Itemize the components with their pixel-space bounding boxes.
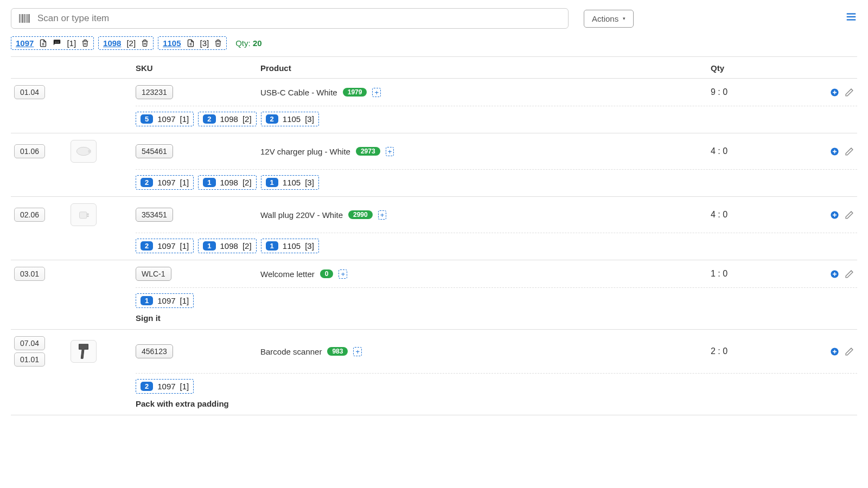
order-link[interactable]: 1105 bbox=[163, 38, 181, 48]
order-chip: 1097[1] bbox=[11, 36, 94, 50]
expand-icon[interactable]: + bbox=[372, 88, 381, 97]
allocation-qty: 2 bbox=[141, 241, 153, 251]
allocation-chip[interactable]: 11098[2] bbox=[198, 239, 256, 253]
table-header: SKU Product Qty bbox=[11, 57, 857, 79]
allocation-qty: 1 bbox=[203, 241, 215, 251]
location-badge[interactable]: 01.06 bbox=[14, 144, 45, 158]
allocation-index: [3] bbox=[305, 241, 314, 251]
allocation-index: [2] bbox=[242, 178, 252, 187]
trash-icon[interactable] bbox=[81, 39, 89, 47]
table-row: 02.06353451Wall plug 220V - White2990+4 … bbox=[11, 197, 857, 260]
allocation-qty: 1 bbox=[203, 178, 215, 187]
sku-badge[interactable]: 123231 bbox=[136, 85, 173, 99]
sku-badge[interactable]: WLC-1 bbox=[136, 267, 171, 281]
product-thumbnail[interactable] bbox=[71, 203, 97, 226]
allocation-qty: 1 bbox=[141, 296, 153, 305]
add-icon[interactable] bbox=[830, 210, 839, 220]
col-qty: Qty bbox=[711, 63, 808, 73]
row-note: Pack with extra padding bbox=[136, 399, 857, 408]
order-index: [3] bbox=[200, 38, 209, 48]
table-row: 01.0654546112V charger plug - White2973+… bbox=[11, 133, 857, 197]
col-sku: SKU bbox=[136, 63, 260, 73]
allocation-order: 1097 bbox=[157, 241, 175, 251]
allocation-qty: 2 bbox=[203, 114, 215, 124]
allocation-order: 1098 bbox=[220, 241, 238, 251]
order-chip: 1105[3] bbox=[158, 36, 227, 50]
allocation-order: 1098 bbox=[220, 114, 238, 124]
menu-button[interactable] bbox=[845, 11, 857, 23]
sku-badge[interactable]: 545461 bbox=[136, 144, 173, 158]
allocation-order: 1105 bbox=[283, 241, 301, 251]
stock-pill: 2973 bbox=[356, 147, 380, 156]
add-icon[interactable] bbox=[830, 347, 839, 356]
allocation-order: 1097 bbox=[157, 382, 175, 391]
allocation-qty: 2 bbox=[141, 382, 153, 391]
allocation-index: [1] bbox=[180, 382, 189, 391]
order-link[interactable]: 1098 bbox=[103, 38, 121, 48]
allocation-chip[interactable]: 11097[1] bbox=[136, 293, 194, 308]
edit-icon[interactable] bbox=[845, 147, 854, 156]
expand-icon[interactable]: + bbox=[386, 147, 394, 156]
allocation-qty: 2 bbox=[141, 178, 153, 187]
allocation-chip[interactable]: 11105[3] bbox=[261, 175, 319, 190]
allocation-index: [1] bbox=[180, 114, 189, 124]
svg-point-7 bbox=[58, 42, 59, 42]
edit-icon[interactable] bbox=[845, 347, 854, 356]
actions-label: Actions bbox=[592, 14, 618, 23]
expand-icon[interactable]: + bbox=[378, 210, 387, 220]
trash-icon[interactable] bbox=[141, 39, 149, 47]
document-icon[interactable] bbox=[187, 39, 195, 47]
col-product: Product bbox=[260, 63, 711, 73]
stock-pill: 2990 bbox=[348, 210, 373, 219]
allocation-index: [1] bbox=[180, 241, 189, 251]
chevron-down-icon: ▾ bbox=[623, 16, 626, 21]
allocation-chip[interactable]: 21097[1] bbox=[136, 239, 194, 253]
qty-value: 2 : 0 bbox=[711, 346, 808, 356]
order-link[interactable]: 1097 bbox=[16, 38, 34, 48]
allocation-index: [2] bbox=[242, 114, 252, 124]
scan-input-wrap[interactable] bbox=[11, 8, 569, 29]
location-badge[interactable]: 03.01 bbox=[14, 267, 45, 281]
svg-rect-18 bbox=[80, 212, 87, 219]
scan-input[interactable] bbox=[37, 13, 560, 24]
allocation-chip[interactable]: 21097[1] bbox=[136, 175, 194, 190]
stock-pill: 0 bbox=[320, 269, 334, 278]
allocation-index: [1] bbox=[180, 296, 189, 305]
allocation-order: 1105 bbox=[283, 178, 301, 187]
allocation-chip[interactable]: 11105[3] bbox=[261, 239, 319, 253]
expand-icon[interactable]: + bbox=[339, 269, 347, 279]
order-index: [1] bbox=[67, 38, 76, 48]
svg-point-6 bbox=[57, 42, 58, 42]
location-badge[interactable]: 01.04 bbox=[14, 85, 45, 99]
edit-icon[interactable] bbox=[845, 88, 854, 97]
allocation-index: [2] bbox=[242, 241, 252, 251]
allocation-order: 1105 bbox=[283, 114, 301, 124]
edit-icon[interactable] bbox=[845, 269, 854, 279]
location-badge[interactable]: 01.01 bbox=[14, 352, 45, 367]
sku-badge[interactable]: 353451 bbox=[136, 208, 173, 222]
location-badge[interactable]: 02.06 bbox=[14, 208, 45, 222]
qty-value: 1 : 0 bbox=[711, 269, 808, 279]
add-icon[interactable] bbox=[830, 147, 839, 156]
order-index: [2] bbox=[126, 38, 136, 48]
edit-icon[interactable] bbox=[845, 210, 854, 220]
expand-icon[interactable]: + bbox=[353, 347, 362, 356]
actions-dropdown[interactable]: Actions ▾ bbox=[584, 10, 634, 28]
chat-icon[interactable] bbox=[53, 39, 61, 47]
allocation-chip[interactable]: 11098[2] bbox=[198, 175, 256, 190]
document-icon[interactable] bbox=[39, 39, 47, 47]
location-badge[interactable]: 07.04 bbox=[14, 336, 45, 350]
product-name: 12V charger plug - White bbox=[260, 147, 350, 156]
product-thumbnail[interactable] bbox=[71, 140, 97, 163]
allocation-chip[interactable]: 21098[2] bbox=[198, 112, 256, 126]
allocation-chip[interactable]: 51097[1] bbox=[136, 112, 194, 126]
allocation-chip[interactable]: 21105[3] bbox=[261, 112, 319, 126]
allocation-chip[interactable]: 21097[1] bbox=[136, 379, 194, 394]
product-name: Welcome letter bbox=[260, 269, 315, 279]
add-icon[interactable] bbox=[830, 88, 839, 97]
add-icon[interactable] bbox=[830, 269, 839, 279]
sku-badge[interactable]: 456123 bbox=[136, 344, 173, 358]
product-thumbnail[interactable] bbox=[71, 340, 97, 363]
trash-icon[interactable] bbox=[214, 39, 222, 47]
qty-value: 4 : 0 bbox=[711, 210, 808, 220]
